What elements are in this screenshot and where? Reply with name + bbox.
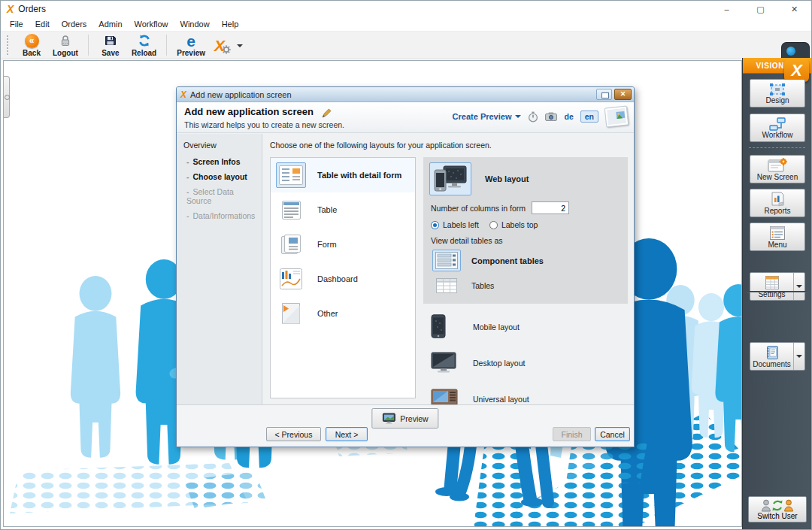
menu-window[interactable]: Window	[174, 18, 216, 30]
stopwatch-icon[interactable]	[528, 111, 538, 123]
menu-orders[interactable]: Orders	[56, 18, 93, 30]
wizard-steps-panel: Overview Screen Infos Choose layout Sele…	[177, 134, 262, 406]
form-icon	[276, 232, 306, 257]
workflow-icon	[768, 117, 786, 131]
tables-icon	[432, 274, 461, 296]
panel-collapse-grip[interactable]	[4, 76, 10, 118]
previous-button[interactable]: < Previous	[266, 427, 321, 441]
settings-dropdown-arrow[interactable]	[793, 273, 804, 300]
visionx-sidebar: VISION X Design Workflow New Screen Repo…	[742, 58, 811, 529]
maximize-button[interactable]: ▢	[744, 1, 777, 17]
save-floppy-icon	[105, 33, 117, 48]
mobile-layout-option[interactable]: Mobile layout	[431, 314, 628, 340]
view-detail-label: View detail tables as	[431, 236, 622, 245]
sidebar-new-screen-button[interactable]: New Screen	[750, 155, 805, 183]
step-select-data-source[interactable]: Select Data Source	[186, 187, 259, 205]
next-button[interactable]: Next >	[326, 427, 368, 441]
web-layout-group: Web layout Number of columns in form Lab…	[423, 157, 628, 304]
create-preview-link[interactable]: Create Preview	[453, 112, 522, 121]
component-tables-icon	[432, 250, 461, 271]
step-screen-infos[interactable]: Screen Infos	[186, 157, 259, 166]
toolbar-grip[interactable]	[7, 35, 11, 55]
dialog-titlebar[interactable]: X Add new application screen ✕	[177, 87, 634, 102]
visionx-logo-icon: X	[214, 38, 225, 53]
language-en-button[interactable]: en	[580, 111, 598, 123]
close-button[interactable]: ✕	[777, 1, 811, 17]
switch-user-icon	[761, 499, 794, 512]
chevron-down-icon	[237, 44, 243, 47]
desktop-layout-label: Desktop layout	[473, 359, 525, 368]
layout-option-table[interactable]: Table	[271, 192, 415, 227]
preview-button[interactable]: e Preview	[172, 32, 210, 59]
design-icon	[768, 83, 786, 96]
sidebar-design-button[interactable]: Design	[750, 79, 805, 108]
step-data-informations[interactable]: Data/Informations	[186, 211, 259, 220]
layout-list: Table with detail form Table	[270, 157, 416, 398]
desktop-layout-option[interactable]: Desktop layout	[431, 350, 628, 376]
reload-button[interactable]: Reload	[127, 32, 161, 59]
cancel-button[interactable]: Cancel	[595, 427, 630, 441]
sidebar-divider	[749, 147, 805, 148]
wizard-footer: Preview < Previous Next > Finish Cancel	[177, 404, 634, 447]
floating-panel-tab[interactable]	[781, 42, 810, 59]
layout-option-dashboard[interactable]: Dashboard	[271, 262, 415, 296]
columns-label: Number of columns in form	[431, 204, 526, 213]
visionx-menu-button[interactable]: X	[210, 32, 247, 59]
step-choose-layout[interactable]: Choose layout	[186, 172, 259, 181]
layout-option-form[interactable]: Form	[271, 227, 415, 262]
other-icon	[276, 301, 306, 326]
sidebar-documents-button[interactable]: Documents	[750, 342, 805, 371]
finish-button[interactable]: Finish	[553, 427, 591, 441]
menubar: File Edit Orders Admin Workflow Window H…	[1, 17, 811, 32]
minimize-button[interactable]: –	[710, 1, 744, 17]
sidebar-reports-button[interactable]: Reports	[750, 189, 805, 217]
table-with-detail-form-icon	[276, 162, 306, 188]
language-de-button[interactable]: de	[564, 112, 573, 121]
columns-input[interactable]	[532, 201, 569, 214]
documents-dropdown-arrow[interactable]	[793, 343, 804, 370]
sidebar-settings-button[interactable]: Settings	[750, 272, 805, 301]
reports-icon	[769, 192, 786, 207]
wizard-subtitle: This wizard helps you to create a new sc…	[184, 120, 344, 129]
dialog-logo-x-icon: X	[180, 89, 186, 100]
toolbar-separator	[166, 35, 167, 56]
edit-pencil-icon	[321, 108, 332, 119]
labels-left-radio[interactable]: Labels left	[431, 220, 479, 229]
layout-option-other[interactable]: Other	[271, 296, 415, 331]
tables-option[interactable]: Tables	[432, 274, 622, 296]
menu-admin[interactable]: Admin	[92, 18, 128, 30]
logout-lock-icon	[59, 33, 71, 48]
new-screen-icon	[768, 158, 787, 173]
app-logo-x-icon: X	[7, 3, 14, 15]
menu-edit[interactable]: Edit	[29, 18, 56, 30]
labels-top-radio[interactable]: Labels top	[489, 220, 538, 229]
menu-help[interactable]: Help	[216, 18, 245, 30]
preview-monitor-icon	[382, 413, 395, 424]
back-button[interactable]: « Back	[15, 32, 48, 59]
dialog-header: Add new application screen This wizard h…	[177, 102, 634, 133]
layout-prompt: Choose one of the following layouts for …	[270, 141, 492, 150]
table-icon	[276, 197, 306, 223]
sidebar-menu-button[interactable]: Menu	[750, 223, 805, 251]
layout-option-table-with-detail-form[interactable]: Table with detail form	[271, 158, 415, 192]
camera-icon[interactable]	[545, 112, 557, 121]
screen-image-thumbnail[interactable]	[604, 106, 629, 128]
dialog-close-button[interactable]: ✕	[614, 89, 632, 100]
back-icon: «	[25, 34, 39, 48]
dialog-restore-button[interactable]	[596, 89, 612, 100]
toolbar-separator	[88, 35, 89, 56]
sidebar-divider	[747, 291, 807, 292]
wizard-content: Choose one of the following layouts for …	[262, 134, 634, 406]
save-button[interactable]: Save	[94, 32, 127, 59]
preview-screen-button[interactable]: Preview	[371, 408, 438, 429]
preview-browser-icon: e	[186, 34, 195, 48]
switch-user-button[interactable]: Switch User	[748, 496, 807, 522]
menu-file[interactable]: File	[4, 18, 29, 30]
sidebar-workflow-button[interactable]: Workflow	[750, 114, 805, 142]
web-layout-icon[interactable]	[429, 162, 471, 195]
logout-button[interactable]: Logout	[48, 32, 83, 59]
menu-workflow[interactable]: Workflow	[129, 18, 174, 30]
reload-icon	[138, 33, 151, 48]
titlebar: X Orders – ▢ ✕	[1, 1, 811, 17]
component-tables-option[interactable]: Component tables	[432, 250, 622, 271]
